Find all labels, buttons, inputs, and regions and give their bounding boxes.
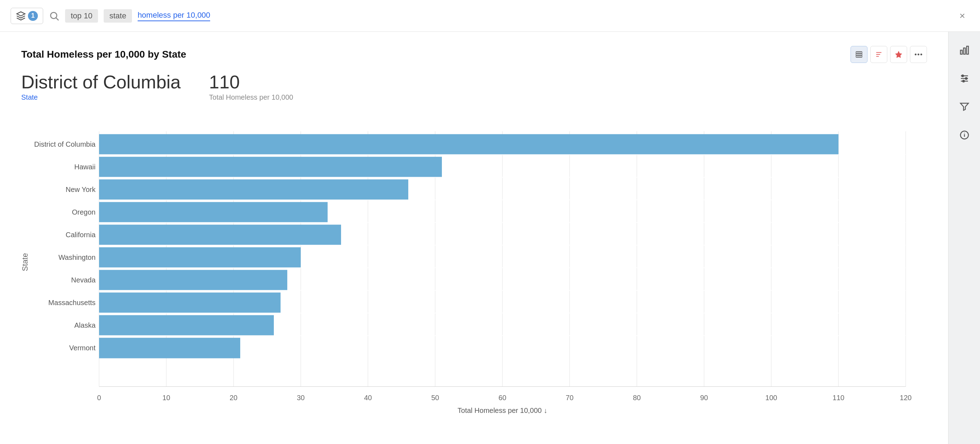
label-massachusetts: Massachusetts: [48, 299, 95, 306]
highlight-state-name: District of Columbia: [21, 71, 181, 93]
bar-chart-svg: State .tick-line { stroke: #e0e0e0; stro…: [21, 108, 927, 430]
svg-point-24: [915, 54, 917, 56]
bar-new-york[interactable]: [99, 179, 408, 200]
y-axis-label: State: [21, 253, 29, 271]
svg-text:0: 0: [97, 394, 101, 401]
info-icon[interactable]: [957, 127, 972, 143]
chart-title: Total Homeless per 10,000 by State: [21, 49, 186, 60]
bar-washington[interactable]: [99, 247, 301, 268]
svg-text:30: 30: [297, 394, 305, 401]
search-tag-state[interactable]: state: [103, 9, 132, 23]
more-icon: [915, 53, 922, 56]
layer-count: 1: [28, 11, 38, 21]
header-actions: [851, 46, 927, 63]
pin-button[interactable]: [890, 46, 907, 63]
svg-marker-12: [960, 103, 968, 110]
search-query[interactable]: homeless per 10,000: [138, 11, 210, 21]
svg-text:20: 20: [230, 394, 237, 401]
svg-text:110: 110: [832, 394, 844, 401]
chart-area: State .tick-line { stroke: #e0e0e0; stro…: [21, 108, 927, 430]
chart-container: State .tick-line { stroke: #e0e0e0; stro…: [21, 108, 927, 430]
highlight-state-label: State: [21, 94, 181, 101]
highlight-section: District of Columbia State 110 Total Hom…: [21, 71, 927, 101]
bar-nevada[interactable]: [99, 270, 287, 290]
layers-icon: [16, 11, 26, 21]
svg-point-10: [965, 78, 967, 79]
label-alaska: Alaska: [74, 321, 96, 329]
right-sidebar: [948, 32, 980, 444]
svg-text:120: 120: [900, 394, 912, 401]
table-view-button[interactable]: [851, 46, 867, 63]
svg-point-9: [962, 75, 963, 77]
main-content: Total Homeless per 10,000 by State: [0, 32, 948, 444]
svg-text:100: 100: [765, 394, 777, 401]
highlight-value-label: Total Homeless per 10,000: [209, 94, 293, 101]
svg-rect-16: [856, 52, 862, 58]
layer-badge[interactable]: 1: [11, 8, 43, 24]
label-california: California: [66, 231, 96, 239]
table-icon: [855, 51, 863, 58]
svg-text:50: 50: [431, 394, 439, 401]
svg-point-26: [921, 54, 922, 56]
svg-point-11: [963, 80, 964, 82]
bar-district-of-columbia[interactable]: [99, 134, 838, 155]
svg-rect-5: [967, 46, 968, 54]
label-vermont: Vermont: [69, 344, 96, 352]
search-tag-top10[interactable]: top 10: [65, 9, 98, 23]
bar-oregon[interactable]: [99, 202, 328, 223]
highlight-value-block: 110 Total Homeless per 10,000: [209, 71, 293, 101]
more-button[interactable]: [910, 46, 927, 63]
label-oregon: Oregon: [72, 208, 95, 216]
pin-icon: [895, 51, 902, 58]
bar-vermont[interactable]: [99, 338, 240, 358]
close-button[interactable]: ×: [955, 9, 969, 23]
svg-rect-4: [963, 48, 965, 54]
chart-header: Total Homeless per 10,000 by State: [21, 46, 927, 63]
highlight-state-block: District of Columbia State: [21, 71, 181, 101]
search-icon: [49, 11, 59, 21]
svg-marker-0: [17, 12, 25, 16]
label-washington: Washington: [58, 254, 95, 261]
sliders-icon[interactable]: [957, 71, 972, 86]
x-axis-label: Total Homeless per 10,000 ↓: [457, 406, 547, 414]
label-hawaii: Hawaii: [74, 163, 95, 171]
svg-point-25: [918, 54, 920, 56]
label-nevada: Nevada: [71, 276, 96, 284]
label-new-york: New York: [66, 186, 96, 193]
bar-alaska[interactable]: [99, 316, 274, 336]
search-bar: 1 top 10 state homeless per 10,000 ×: [0, 0, 980, 32]
svg-text:70: 70: [566, 394, 573, 401]
bar-chart-icon[interactable]: [957, 43, 972, 58]
filter-sort-button[interactable]: [870, 46, 887, 63]
highlight-value: 110: [209, 71, 293, 93]
filter-icon[interactable]: [957, 99, 972, 114]
svg-text:90: 90: [700, 394, 708, 401]
bar-massachusetts[interactable]: [99, 293, 280, 313]
svg-line-2: [56, 17, 59, 20]
svg-text:80: 80: [633, 394, 641, 401]
bar-california[interactable]: [99, 225, 341, 245]
svg-rect-3: [960, 50, 962, 54]
svg-point-1: [51, 13, 57, 19]
bar-hawaii[interactable]: [99, 157, 442, 178]
svg-text:10: 10: [162, 394, 170, 401]
filter-sort-icon: [875, 51, 883, 58]
svg-text:60: 60: [498, 394, 506, 401]
label-district-of-columbia: District of Columbia: [34, 140, 96, 148]
svg-text:40: 40: [364, 394, 372, 401]
